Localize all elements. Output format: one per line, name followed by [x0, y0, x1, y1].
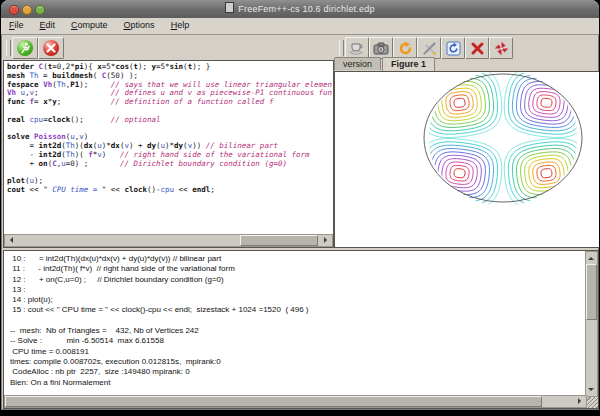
- menu-help[interactable]: Help: [163, 18, 198, 30]
- scroll-right-arrow[interactable]: [324, 237, 330, 243]
- console-vscrollbar[interactable]: [585, 251, 598, 397]
- run-button[interactable]: [12, 37, 38, 59]
- code-line: real cpu=clock(); // optional: [7, 116, 332, 125]
- console-line: 14 : plot(u);: [10, 295, 585, 305]
- scroll-left-arrow[interactable]: [7, 237, 13, 243]
- console-line: 12 : + on(C,u=0) ; // Dirichlet boundary…: [10, 275, 585, 285]
- console-line: Bien: On a fini Normalement: [10, 378, 585, 388]
- code-line: [7, 169, 332, 178]
- camera-icon: [373, 42, 389, 55]
- refresh-button[interactable]: [441, 37, 465, 59]
- figure-pane[interactable]: [334, 71, 599, 248]
- tools-button[interactable]: [417, 37, 441, 59]
- console-line: 10 : = int2d(Th)(dx(u)*dx(v) + dy(u)*dy(…: [10, 254, 585, 264]
- screenshot: FreeFem++-cs 10.6 dirichlet.edp FileEdit…: [0, 0, 600, 416]
- tab-figure-1[interactable]: Figure 1: [382, 57, 435, 71]
- menu-bar: FileEditComputeOptionsHelp: [1, 18, 599, 35]
- console-line: CodeAlloc : nb ptr 2257, size :149480 mp…: [10, 367, 585, 377]
- delete-plot-button[interactable]: [465, 37, 489, 59]
- scroll-up-arrow[interactable]: [588, 254, 594, 260]
- scroll-down-arrow[interactable]: [588, 388, 594, 394]
- snapshot-button[interactable]: [369, 37, 393, 59]
- contour-plot: [335, 72, 597, 245]
- console-hscrollbar[interactable]: [4, 395, 587, 408]
- cup-button[interactable]: [345, 37, 369, 59]
- console-line: 15 : cout << " CPU time = " << clock()-c…: [10, 305, 585, 315]
- figure-tab-bar: versionFigure 1: [334, 57, 598, 71]
- scroll-thumb[interactable]: [5, 396, 542, 407]
- stop-icon: [43, 40, 59, 56]
- console-pane[interactable]: 10 : = int2d(Th)(dx(u)*dx(v) + dy(u)*dy(…: [3, 250, 599, 409]
- console-line: [10, 316, 585, 326]
- scroll-thumb[interactable]: [240, 235, 317, 246]
- document-icon: [225, 2, 234, 13]
- scroll-thumb[interactable]: [586, 264, 597, 321]
- console-line: times: compile 0.008702s, execution 0.01…: [10, 357, 585, 367]
- busy-button[interactable]: [489, 37, 513, 59]
- console-line: 11 : - int2d(Th)( f*v) // right hand sid…: [10, 264, 585, 274]
- console-line: -- Solve : min -6.50514 max 6.61558: [10, 336, 585, 346]
- menu-compute[interactable]: Compute: [63, 18, 116, 30]
- resize-grip[interactable]: [586, 396, 598, 408]
- console-line: CPU time = 0.008191: [10, 347, 585, 357]
- code-line: func f= x*y; // definition of a function…: [7, 98, 332, 107]
- menu-file[interactable]: File: [1, 18, 32, 30]
- stop-button[interactable]: [38, 37, 64, 59]
- run-icon: [17, 40, 33, 56]
- rotate-button[interactable]: [393, 37, 417, 59]
- code-line: + on(C,u=0) ; // Dirichlet boundary cond…: [7, 160, 332, 169]
- code-area[interactable]: border C(t=0,2*pi){ x=5*cos(t); y=5*sin(…: [7, 63, 332, 235]
- console-line: 13 :: [10, 285, 585, 295]
- window-title: FreeFem++-cs 10.6 dirichlet.edp: [1, 0, 599, 18]
- toolbar-drag-handle[interactable]: [6, 40, 11, 56]
- title-bar[interactable]: FreeFem++-cs 10.6 dirichlet.edp: [1, 0, 599, 19]
- menu-options[interactable]: Options: [116, 18, 163, 30]
- cup-icon: [349, 41, 365, 55]
- tools-icon: [422, 41, 437, 56]
- app-window: FreeFem++-cs 10.6 dirichlet.edp FileEdit…: [1, 0, 599, 410]
- pinwheel-icon: [494, 41, 509, 56]
- scroll-right-arrow[interactable]: [578, 398, 584, 404]
- refresh-icon: [446, 41, 461, 56]
- rotate-icon: [398, 41, 413, 56]
- code-line: cout << " CPU time = " << clock()-cpu <<…: [7, 186, 332, 195]
- graphics-toolbar-drag-handle[interactable]: [339, 40, 344, 56]
- tab-version[interactable]: version: [334, 57, 381, 70]
- close-icon: [470, 41, 485, 56]
- console-line: -- mesh: Nb of Triangles = 432, Nb of Ve…: [10, 326, 585, 336]
- console-log: 10 : = int2d(Th)(dx(u)*dx(v) + dy(u)*dy(…: [10, 254, 585, 395]
- code-editor-pane[interactable]: border C(t=0,2*pi){ x=5*cos(t); y=5*sin(…: [3, 60, 334, 248]
- menu-edit[interactable]: Edit: [32, 18, 64, 30]
